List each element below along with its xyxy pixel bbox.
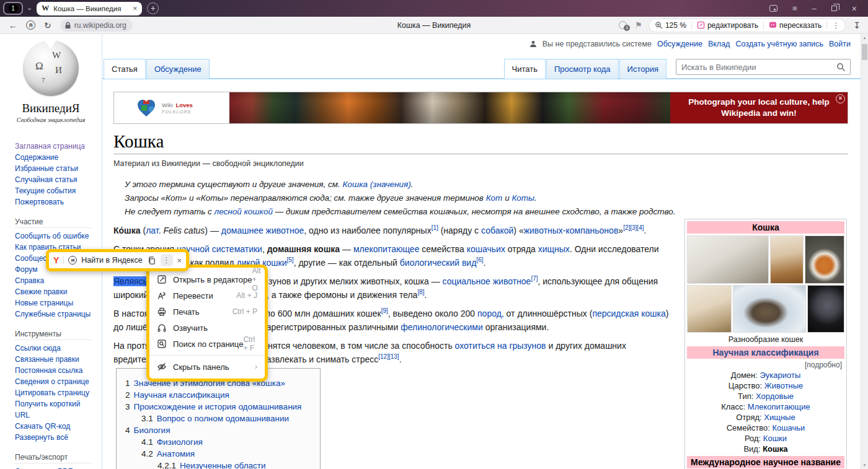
sidebar-item[interactable]: Пожертвовать bbox=[15, 196, 97, 208]
tab-view-source[interactable]: Просмотр кода bbox=[546, 59, 619, 79]
sidebar-item[interactable]: Избранные статьи bbox=[15, 163, 97, 174]
sidebar-item[interactable]: Служебные страницы bbox=[15, 309, 97, 320]
maximize-button[interactable] bbox=[831, 6, 837, 11]
sidebar-item[interactable]: Свежие правки bbox=[15, 286, 97, 297]
article-link[interactable]: Коты bbox=[512, 193, 534, 203]
tab-close-icon[interactable]: × bbox=[133, 4, 137, 13]
menu-item-hide-panel[interactable]: Скрыть панель › bbox=[149, 359, 265, 375]
browser-menu-icon[interactable]: ≡ bbox=[792, 4, 797, 13]
taxon-link[interactable]: Хищные bbox=[764, 413, 795, 422]
article-link[interactable]: Кот bbox=[486, 193, 503, 203]
taxon-link[interactable]: Кошки bbox=[763, 434, 787, 443]
taxon-link[interactable]: Эукариоты bbox=[760, 370, 800, 380]
sidebar-panel-icon[interactable] bbox=[769, 5, 777, 12]
article-link[interactable]: охотиться на грызунов bbox=[455, 341, 546, 351]
sidebar-item[interactable]: Текущие события bbox=[15, 185, 97, 196]
article-link[interactable]: домашнее животное bbox=[221, 226, 304, 235]
menu-item-translate[interactable]: Перевести Alt + J bbox=[149, 287, 265, 304]
sidebar-item[interactable]: Связанные правки bbox=[15, 354, 97, 365]
article-link[interactable]: Кошка (значения) bbox=[343, 180, 411, 189]
cat-photo-siamese[interactable] bbox=[687, 285, 732, 333]
reference-link[interactable]: [8] bbox=[417, 289, 424, 296]
personal-link-talk[interactable]: Обсуждение bbox=[657, 40, 702, 48]
wikipedia-logo-globe[interactable]: Ω W И 7 bbox=[23, 40, 79, 96]
browser-tab-active[interactable]: W Кошка — Википедия × bbox=[37, 2, 142, 15]
reference-link[interactable]: [1] bbox=[432, 224, 438, 231]
login-notice[interactable]: Вы не представились системе bbox=[542, 40, 652, 48]
reference-link[interactable]: [2][3][4] bbox=[623, 224, 644, 231]
cat-photo-abyssinian[interactable] bbox=[770, 235, 804, 284]
back-button[interactable]: ← bbox=[9, 20, 17, 30]
collections-badge-icon[interactable]: 1 bbox=[619, 21, 629, 30]
toc-item[interactable]: 4.2Анатомия bbox=[125, 448, 314, 460]
scroll-down-arrow[interactable]: ▼ bbox=[861, 463, 868, 467]
article-link[interactable]: пород, bbox=[477, 309, 504, 318]
toc-item[interactable]: 4Биология bbox=[125, 424, 314, 436]
reference-link[interactable]: [12][13] bbox=[378, 353, 399, 360]
podrobno-link[interactable]: [подробно] bbox=[687, 359, 844, 370]
tab-read[interactable]: Читать bbox=[504, 59, 546, 79]
article-link[interactable]: лат. bbox=[146, 226, 161, 235]
yandex-home-button[interactable]: Я bbox=[26, 20, 35, 30]
find-in-yandex-button[interactable]: Найти в Яндексе bbox=[81, 256, 142, 265]
article-link[interactable]: млекопитающее bbox=[353, 244, 420, 254]
sidebar-item[interactable]: Постоянная ссылка bbox=[15, 365, 97, 376]
popup-close-icon[interactable]: × bbox=[177, 256, 182, 265]
sidebar-item[interactable]: Содержание bbox=[15, 152, 97, 163]
tab-group-chip[interactable]: 1 bbox=[3, 2, 23, 15]
more-actions-icon[interactable]: ⋮ bbox=[832, 21, 839, 30]
menu-item-find-on-page[interactable]: Поиск по странице Ctrl + F bbox=[149, 336, 265, 352]
article-link[interactable]: фелинологическими bbox=[401, 322, 483, 332]
page-scrollbar[interactable]: ▲ ▼ bbox=[861, 34, 868, 469]
toc-item[interactable]: 3Происхождение и история одомашнивания bbox=[125, 401, 314, 413]
tab-discussion[interactable]: Обсуждение bbox=[146, 59, 210, 79]
sidebar-item[interactable]: Справка bbox=[15, 275, 97, 286]
article-link[interactable]: биологический вид bbox=[400, 258, 477, 268]
bookmark-icon[interactable]: ⚑ bbox=[635, 20, 642, 30]
taxon-link[interactable]: Животные bbox=[764, 381, 804, 390]
article-link[interactable]: кошачьих bbox=[467, 244, 505, 254]
sidebar-item[interactable]: Скачать QR-код bbox=[15, 421, 97, 432]
reference-link[interactable]: [5] bbox=[287, 256, 294, 263]
sidebar-item[interactable]: Случайная статья bbox=[15, 174, 97, 185]
article-link[interactable]: животных-компаньонов bbox=[524, 226, 619, 235]
retell-button[interactable]: пересказать bbox=[769, 21, 822, 30]
copy-icon[interactable] bbox=[147, 256, 156, 265]
tab-article[interactable]: Статья bbox=[104, 59, 146, 79]
sidebar-item[interactable]: Скачать как PDF bbox=[15, 466, 97, 469]
article-link[interactable]: хищных bbox=[538, 244, 570, 254]
toc-item[interactable]: 2Научная классификация bbox=[125, 389, 314, 401]
zoom-control[interactable]: 125 % bbox=[655, 21, 686, 30]
wiki-search-input[interactable] bbox=[681, 63, 836, 72]
reference-link[interactable]: [6] bbox=[476, 256, 483, 263]
sidebar-item[interactable]: Развернуть всё bbox=[15, 432, 97, 443]
menu-item-open-in-editor[interactable]: Открыть в редакторе Alt + O bbox=[149, 271, 265, 287]
menu-item-print[interactable]: Печать Ctrl + P bbox=[149, 304, 265, 320]
sidebar-item[interactable]: Получить короткий URL bbox=[15, 398, 97, 421]
cat-photo-gray-cat-dark[interactable] bbox=[807, 285, 844, 333]
reference-link[interactable]: [9] bbox=[381, 307, 388, 314]
wiki-loves-folklore-banner[interactable]: Wiki Loves FOLKLORE Photograph your loca… bbox=[113, 92, 848, 124]
article-link[interactable]: собакой bbox=[481, 226, 513, 235]
sidebar-item[interactable]: Ссылки сюда bbox=[15, 343, 97, 354]
popup-more-button[interactable]: ⋮ bbox=[161, 254, 173, 266]
article-link[interactable]: социальное животное bbox=[443, 276, 531, 286]
scrollbar-thumb[interactable] bbox=[862, 44, 867, 60]
banner-close-icon[interactable]: × bbox=[836, 94, 845, 103]
tab-history[interactable]: История bbox=[619, 59, 666, 79]
window-close-button[interactable]: × bbox=[852, 4, 857, 14]
minimize-button[interactable]: – bbox=[812, 4, 817, 13]
reference-link[interactable]: [7] bbox=[531, 275, 538, 282]
search-icon[interactable] bbox=[836, 63, 845, 71]
toc-item[interactable]: 4.2.1Неизученные области bbox=[125, 460, 314, 469]
sidebar-item[interactable]: Заглавная страница bbox=[15, 141, 97, 152]
refresh-button[interactable]: ↻ bbox=[44, 20, 51, 30]
taxon-link[interactable]: Хордовые bbox=[756, 392, 794, 401]
toc-item[interactable]: 3.1Вопрос о полном одомашнивании bbox=[125, 413, 314, 424]
article-link[interactable]: научной систематики bbox=[177, 244, 262, 254]
edit-page-button[interactable]: редактировать bbox=[697, 21, 758, 30]
personal-link-create-account[interactable]: Создать учётную запись bbox=[735, 40, 823, 48]
sidebar-item[interactable]: Сообщить об ошибке bbox=[15, 230, 97, 242]
wiki-search-box[interactable] bbox=[676, 59, 851, 75]
taxon-link[interactable]: Млекопитающие bbox=[748, 402, 810, 411]
